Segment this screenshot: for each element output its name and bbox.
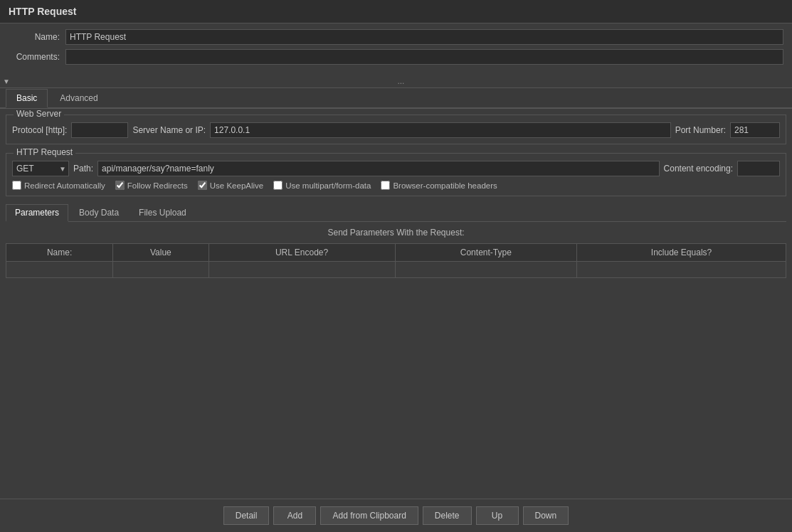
follow-redirects-checkbox[interactable] [115,181,125,190]
comments-label: Comments: [9,52,65,62]
collapse-arrow-icon[interactable]: ▼ [3,78,10,85]
form-section: Name: Comments: [0,23,792,75]
table-row [6,262,786,278]
name-label: Name: [9,32,65,42]
web-server-title: Web Server [14,109,64,119]
tab-body-data[interactable]: Body Data [70,204,128,222]
redirect-auto-label[interactable]: Redirect Automatically [12,181,105,190]
redirect-auto-checkbox[interactable] [12,181,21,190]
protocol-input[interactable] [71,122,128,138]
server-input[interactable] [210,122,671,138]
send-params-label: Send Parameters With the Request: [6,222,786,243]
name-row: Name: [9,29,783,45]
tab-basic[interactable]: Basic [6,89,48,108]
up-button[interactable]: Up [476,506,519,525]
comments-input[interactable] [65,49,783,65]
tab-parameters[interactable]: Parameters [6,204,68,222]
browser-headers-checkbox[interactable] [381,181,390,190]
tab-files-upload[interactable]: Files Upload [130,204,196,222]
http-request-title: HTTP Request [14,147,75,157]
tabs-bar: Basic Advanced [0,88,792,109]
use-multipart-label[interactable]: Use multipart/form-data [273,181,371,190]
col-url-encode: URL Encode? [208,244,395,262]
web-server-group: Web Server Protocol [http]: Server Name … [6,115,786,144]
add-button[interactable]: Add [273,506,316,525]
empty-area [6,278,786,499]
detail-button[interactable]: Detail [223,506,270,525]
follow-redirects-label[interactable]: Follow Redirects [115,181,188,190]
add-from-clipboard-button[interactable]: Add from Clipboard [320,506,418,525]
down-button[interactable]: Down [523,506,569,525]
port-label: Port Number: [675,125,726,135]
port-input[interactable] [730,122,780,138]
params-table: Name: Value URL Encode? Content-Type Inc… [6,243,786,278]
tab-advanced[interactable]: Advanced [49,89,108,108]
collapse-row: ▼ ... [0,75,792,88]
method-select[interactable]: GET POST PUT DELETE HEAD OPTIONS PATCH [12,161,69,176]
comments-row: Comments: [9,49,783,65]
use-keepalive-label[interactable]: Use KeepAlive [198,181,263,190]
col-name: Name: [6,244,113,262]
encoding-input[interactable] [737,161,780,176]
browser-headers-label[interactable]: Browser-compatible headers [381,181,497,190]
server-label: Server Name or IP: [132,125,206,135]
use-multipart-checkbox[interactable] [273,181,283,190]
path-input[interactable] [97,161,660,176]
checkboxes-row: Redirect Automatically Follow Redirects … [12,181,780,190]
protocol-label: Protocol [http]: [12,125,67,135]
name-input[interactable] [65,29,783,45]
col-value: Value [113,244,208,262]
http-request-group: HTTP Request GET POST PUT DELETE HEAD OP… [6,153,786,196]
inner-tabs-bar: Parameters Body Data Files Upload [6,203,786,222]
params-section: Send Parameters With the Request: Name: … [6,222,786,499]
collapse-dots: ... [13,76,789,86]
col-include-equals: Include Equals? [577,244,786,262]
bottom-buttons: Detail Add Add from Clipboard Delete Up … [0,499,792,532]
path-label: Path: [73,164,93,174]
method-select-wrapper: GET POST PUT DELETE HEAD OPTIONS PATCH ▼ [12,161,69,176]
main-container: HTTP Request Name: Comments: ▼ ... Basic… [0,0,792,532]
table-header-row: Name: Value URL Encode? Content-Type Inc… [6,244,786,262]
delete-button[interactable]: Delete [423,506,472,525]
title-bar: HTTP Request [0,0,792,23]
col-content-type: Content-Type [395,244,577,262]
use-keepalive-checkbox[interactable] [198,181,207,190]
encoding-label: Content encoding: [664,164,733,174]
page-title: HTTP Request [9,6,76,17]
http-request-row: GET POST PUT DELETE HEAD OPTIONS PATCH ▼… [12,161,780,176]
web-server-row: Protocol [http]: Server Name or IP: Port… [12,122,780,138]
